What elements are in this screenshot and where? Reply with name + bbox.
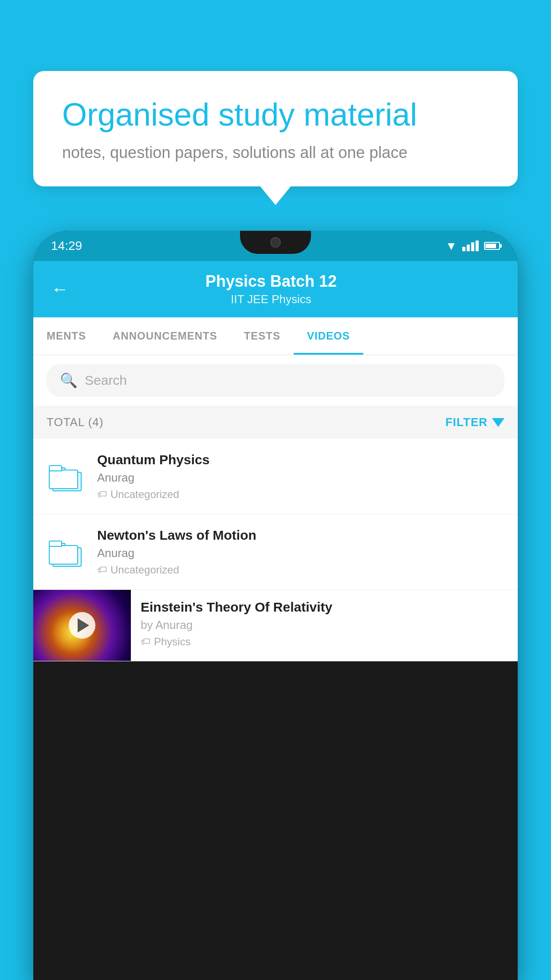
tag-icon: 🏷	[97, 489, 107, 500]
item-icon	[47, 462, 87, 491]
play-icon	[78, 618, 89, 632]
filter-bar: TOTAL (4) FILTER	[33, 406, 518, 439]
item-title: Quantum Physics	[97, 452, 504, 467]
search-bar: 🔍 Search	[33, 355, 518, 406]
camera	[270, 237, 281, 248]
content-area: Quantum Physics Anurag 🏷 Uncategorized	[33, 439, 518, 661]
back-button[interactable]: ←	[51, 279, 69, 299]
status-time: 14:29	[51, 239, 82, 253]
item-info: Einstein's Theory Of Relativity by Anura…	[131, 590, 518, 658]
search-placeholder: Search	[85, 373, 127, 388]
filter-icon	[492, 418, 504, 427]
play-button[interactable]	[69, 612, 95, 639]
tab-ments[interactable]: MENTS	[33, 317, 99, 355]
video-thumbnail	[33, 590, 131, 661]
folder-icon	[49, 537, 84, 567]
filter-button[interactable]: FILTER	[445, 415, 504, 429]
item-tag: 🏷 Uncategorized	[97, 488, 504, 501]
app-bar: ← Physics Batch 12 IIT JEE Physics	[33, 261, 518, 317]
wifi-icon: ▼	[445, 239, 457, 253]
app-bar-titles: Physics Batch 12 IIT JEE Physics	[82, 272, 460, 306]
status-icons: ▼	[445, 239, 500, 253]
item-title: Newton's Laws of Motion	[97, 528, 504, 543]
tag-icon: 🏷	[141, 636, 150, 648]
phone-frame: 14:29 ▼ ← Physics Ba	[33, 231, 518, 980]
battery-icon	[484, 242, 500, 250]
speech-bubble: Organised study material notes, question…	[33, 71, 518, 186]
tab-videos[interactable]: VIDEOS	[294, 317, 363, 355]
item-icon	[47, 537, 87, 567]
notch	[240, 231, 311, 254]
list-item[interactable]: Quantum Physics Anurag 🏷 Uncategorized	[33, 439, 518, 514]
tab-announcements[interactable]: ANNOUNCEMENTS	[99, 317, 231, 355]
search-icon: 🔍	[60, 372, 78, 389]
search-input-wrap[interactable]: 🔍 Search	[47, 364, 504, 397]
app-bar-subtitle: IIT JEE Physics	[82, 292, 460, 306]
item-author: by Anurag	[141, 618, 508, 632]
total-count: TOTAL (4)	[47, 415, 103, 429]
bubble-title: Organised study material	[62, 95, 489, 134]
app-bar-title: Physics Batch 12	[82, 272, 460, 291]
item-author: Anurag	[97, 546, 504, 560]
tag-icon: 🏷	[97, 564, 107, 576]
folder-icon	[49, 462, 84, 491]
item-tag: 🏷 Uncategorized	[97, 564, 504, 576]
tab-tests[interactable]: TESTS	[231, 317, 294, 355]
list-item[interactable]: Einstein's Theory Of Relativity by Anura…	[33, 590, 518, 661]
list-item[interactable]: Newton's Laws of Motion Anurag 🏷 Uncateg…	[33, 514, 518, 590]
signal-icon	[462, 241, 479, 251]
bubble-subtitle: notes, question papers, solutions all at…	[62, 143, 489, 162]
status-bar: 14:29 ▼	[33, 231, 518, 261]
tab-bar: MENTS ANNOUNCEMENTS TESTS VIDEOS	[33, 317, 518, 355]
item-info: Newton's Laws of Motion Anurag 🏷 Uncateg…	[97, 528, 504, 576]
item-tag: 🏷 Physics	[141, 636, 508, 648]
item-title: Einstein's Theory Of Relativity	[141, 600, 508, 615]
item-author: Anurag	[97, 471, 504, 485]
phone-screen: 14:29 ▼ ← Physics Ba	[33, 231, 518, 980]
item-info: Quantum Physics Anurag 🏷 Uncategorized	[97, 452, 504, 501]
